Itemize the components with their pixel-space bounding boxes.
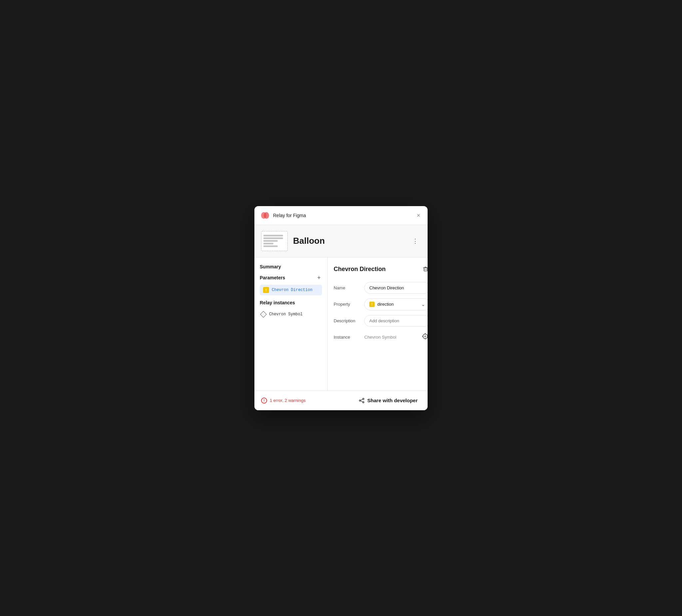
right-panel-header: Chevron Direction (334, 264, 428, 275)
relay-instances-section: Relay instances Chevron Symbol (260, 300, 322, 319)
parameters-label: Parameters (260, 275, 285, 280)
svg-line-15 (361, 401, 363, 402)
thumb-line-5 (264, 245, 278, 247)
parameter-name: Chevron Direction (272, 288, 312, 292)
diamond-icon (260, 311, 267, 318)
trash-icon (422, 266, 428, 272)
property-select-left: ! direction (369, 302, 394, 307)
right-panel: Chevron Direction Name (328, 257, 428, 391)
instance-value: Chevron Symbol (364, 335, 416, 340)
thumbnail-preview (264, 235, 286, 247)
thumb-line-2 (264, 237, 283, 239)
error-info: ! 1 error, 2 warnings (261, 397, 306, 404)
app-logo-icon (260, 211, 270, 220)
summary-section-title: Summary (260, 264, 322, 269)
app-title: Relay for Figma (273, 213, 306, 218)
instance-item-chevron-symbol[interactable]: Chevron Symbol (260, 310, 322, 319)
target-button[interactable] (420, 331, 428, 343)
name-field-row: Name (334, 282, 428, 294)
more-options-button[interactable]: ⋮ (410, 236, 421, 246)
share-label: Share with developer (367, 397, 417, 403)
instance-field-row: Instance Chevron Symbol (334, 331, 428, 343)
parameter-item-chevron-direction[interactable]: ! Chevron Direction (260, 285, 322, 295)
description-field-row: Description (334, 315, 428, 327)
relay-instances-label: Relay instances (260, 300, 322, 305)
close-button[interactable]: × (415, 212, 422, 219)
instance-name: Chevron Symbol (269, 312, 303, 317)
property-field-row: Property ! direction ⌄ (334, 298, 428, 310)
component-header-left: Balloon (261, 231, 325, 251)
description-input[interactable] (364, 315, 428, 327)
property-warning-icon: ! (369, 302, 374, 307)
error-text: 1 error, 2 warnings (270, 398, 306, 403)
main-content: Summary Parameters + ! Chevron Direction… (254, 257, 428, 391)
svg-point-1 (264, 212, 269, 219)
svg-point-13 (363, 402, 364, 403)
svg-point-6 (425, 336, 426, 337)
title-bar-left: Relay for Figma (260, 211, 306, 220)
name-label: Name (334, 286, 360, 290)
property-value: direction (377, 302, 394, 307)
thumb-line-3 (264, 240, 278, 242)
property-label: Property (334, 302, 360, 307)
parameters-header: Parameters + (260, 274, 322, 281)
svg-point-5 (423, 334, 428, 339)
instance-label: Instance (334, 335, 360, 340)
title-bar: Relay for Figma × (254, 206, 428, 225)
footer: ! 1 error, 2 warnings Share with develop… (254, 391, 428, 410)
left-panel: Summary Parameters + ! Chevron Direction… (254, 257, 328, 391)
delete-button[interactable] (421, 264, 428, 275)
component-name: Balloon (293, 236, 325, 246)
component-thumbnail (261, 231, 288, 251)
svg-rect-2 (424, 268, 427, 271)
share-icon (359, 397, 365, 404)
chevron-down-icon: ⌄ (421, 302, 425, 307)
app-window: Relay for Figma × Balloon ⋮ Summary (254, 206, 428, 410)
share-with-developer-button[interactable]: Share with developer (355, 395, 421, 406)
svg-point-11 (363, 398, 364, 400)
error-circle-icon: ! (261, 397, 267, 404)
svg-line-14 (361, 399, 363, 400)
warning-icon: ! (263, 287, 269, 293)
crosshair-icon (422, 333, 428, 340)
name-input[interactable] (364, 282, 428, 294)
panel-title: Chevron Direction (334, 266, 386, 273)
add-parameter-button[interactable]: + (316, 274, 322, 281)
thumb-line-1 (264, 235, 283, 236)
svg-point-12 (359, 400, 361, 401)
component-header: Balloon ⋮ (254, 225, 428, 257)
property-select[interactable]: ! direction ⌄ (364, 298, 428, 310)
thumb-line-4 (264, 243, 273, 244)
description-label: Description (334, 318, 360, 323)
